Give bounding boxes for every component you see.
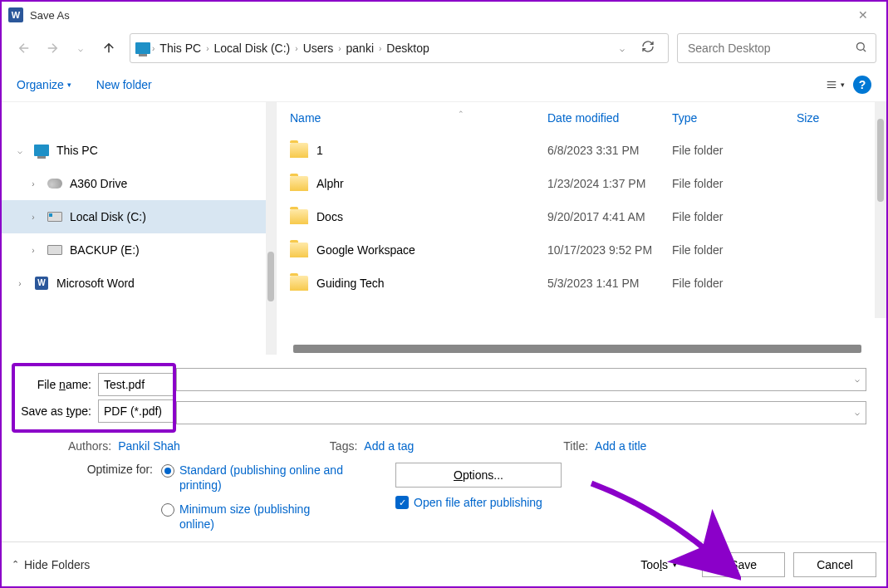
title-value[interactable]: Add a title [595,439,646,453]
up-button[interactable] [96,36,121,61]
file-type: File folder [672,277,797,290]
expand-icon[interactable]: › [27,246,40,255]
file-name: 1 [316,144,323,157]
view-menu[interactable]: ▾ [825,79,845,91]
save-as-dialog: W Save As ✕ ⌵ › This PC › Local Disk (C:… [0,0,888,588]
tree-scrollbar[interactable] [266,102,276,355]
expand-icon[interactable]: › [13,279,27,288]
file-date: 5/3/2023 1:41 PM [547,277,672,290]
tree-item-backup-e[interactable]: › BACKUP (E:) [2,233,276,267]
file-row[interactable]: Alphr 1/23/2024 1:37 PM File folder [277,167,886,200]
organize-menu[interactable]: Organize ▾ [17,78,71,91]
tools-menu[interactable]: Tools ▾ [640,558,677,571]
tree-item-local-disk-c[interactable]: › Local Disk (C:) [2,200,276,233]
filetype-input-left[interactable] [98,399,173,423]
expand-icon[interactable]: ⌵ [13,146,27,155]
folder-icon [290,209,308,224]
column-date[interactable]: Date modified [547,111,672,125]
sort-indicator: ⌃ [458,110,464,118]
breadcrumb-item[interactable]: panki [343,42,377,55]
search-box[interactable] [677,33,876,63]
column-name[interactable]: Name⌃ [290,111,547,125]
file-row[interactable]: 1 6/8/2023 3:31 PM File folder [277,134,886,167]
save-options-panel: File name: Save as type: ⌵ ⌵ [2,355,886,541]
filename-input[interactable] [176,368,866,391]
pc-icon [34,145,49,156]
cloud-icon [47,179,62,189]
folder-icon [290,276,308,291]
word-app-icon: W [8,7,23,22]
column-headers[interactable]: Name⌃ Date modified Type Size [277,102,886,134]
filetype-select[interactable] [176,401,866,424]
expand-icon[interactable]: › [27,213,40,222]
tree-item-a360[interactable]: › A360 Drive [2,167,276,200]
file-row[interactable]: Google Workspace 10/17/2023 9:52 PM File… [277,233,886,267]
folder-icon [290,176,308,191]
breadcrumb-item[interactable]: This PC [156,42,204,55]
file-date: 6/8/2023 3:31 PM [547,144,672,157]
titlebar: W Save As ✕ [2,2,886,28]
file-name: Guiding Tech [316,277,384,290]
title-label: Title: [563,439,588,453]
column-size[interactable]: Size [797,111,863,125]
chevron-up-icon: ⌃ [12,559,19,570]
file-date: 9/20/2017 4:41 AM [547,210,672,223]
filelist-hscrollbar[interactable] [293,345,861,353]
address-bar[interactable]: › This PC › Local Disk (C:) › Users › pa… [130,33,669,63]
options-button[interactable]: Options... [395,463,562,488]
radio-minimum[interactable]: Minimum size (publishing online) [161,502,346,532]
filename-label: File name: [15,378,98,391]
tree-item-msword[interactable]: › W Microsoft Word [2,267,276,300]
hide-folders-button[interactable]: ⌃ Hide Folders [12,558,90,571]
file-type: File folder [672,177,797,190]
recent-dropdown[interactable]: ⌵ [68,36,93,61]
back-button[interactable] [12,36,37,61]
column-type[interactable]: Type [672,111,797,125]
help-button[interactable]: ? [853,76,871,94]
refresh-button[interactable] [633,40,663,56]
file-type: File folder [672,144,797,157]
open-after-checkbox[interactable]: ✓ Open file after publishing [395,496,542,509]
file-row[interactable]: Docs 9/20/2017 4:41 AM File folder [277,200,886,233]
folder-icon [290,143,308,158]
file-row[interactable]: Guiding Tech 5/3/2023 1:41 PM File folde… [277,267,886,300]
filename-input-left[interactable] [98,373,173,396]
navigation-tree[interactable]: ⌵ This PC › A360 Drive › Local Disk (C:)… [2,102,276,355]
window-title: Save As [30,9,70,22]
checkbox-icon[interactable]: ✓ [395,496,409,509]
tags-value[interactable]: Add a tag [364,439,414,453]
file-name: Docs [316,210,343,223]
pc-icon [135,42,150,54]
file-list: Name⌃ Date modified Type Size 1 6/8/2023… [276,102,886,355]
forward-button[interactable] [40,36,65,61]
search-icon[interactable] [855,41,867,56]
radio-icon[interactable] [161,503,174,517]
cancel-button[interactable]: Cancel [793,552,876,577]
filelist-scrollbar[interactable] [875,102,886,318]
breadcrumb-item[interactable]: Local Disk (C:) [210,42,293,55]
authors-value[interactable]: Pankil Shah [118,439,180,453]
file-date: 1/23/2024 1:37 PM [547,177,672,190]
new-folder-button[interactable]: New folder [96,78,152,91]
radio-icon[interactable] [161,464,174,478]
save-button[interactable]: Save [702,552,785,577]
radio-standard[interactable]: Standard (publishing online and printing… [161,463,346,492]
file-name: Alphr [316,177,344,190]
highlight-annotation: File name: Save as type: [12,363,176,433]
content-area: ⌵ This PC › A360 Drive › Local Disk (C:)… [2,101,886,355]
address-dropdown[interactable]: ⌵ [611,44,633,53]
command-toolbar: Organize ▾ New folder ▾ ? [2,68,886,101]
search-input[interactable] [686,41,855,56]
tree-item-this-pc[interactable]: ⌵ This PC [2,134,276,167]
breadcrumb-item[interactable]: Desktop [383,42,432,55]
file-date: 10/17/2023 9:52 PM [547,243,672,257]
file-type: File folder [672,243,797,257]
close-button[interactable]: ✕ [846,3,880,27]
tags-label: Tags: [330,439,357,453]
breadcrumb-sep: › [150,44,156,53]
authors-label: Authors: [68,439,111,453]
expand-icon[interactable]: › [27,179,40,189]
dialog-footer: ⌃ Hide Folders Tools ▾ Save Cancel [2,541,886,586]
disk-icon [47,212,62,222]
breadcrumb-item[interactable]: Users [300,42,337,55]
